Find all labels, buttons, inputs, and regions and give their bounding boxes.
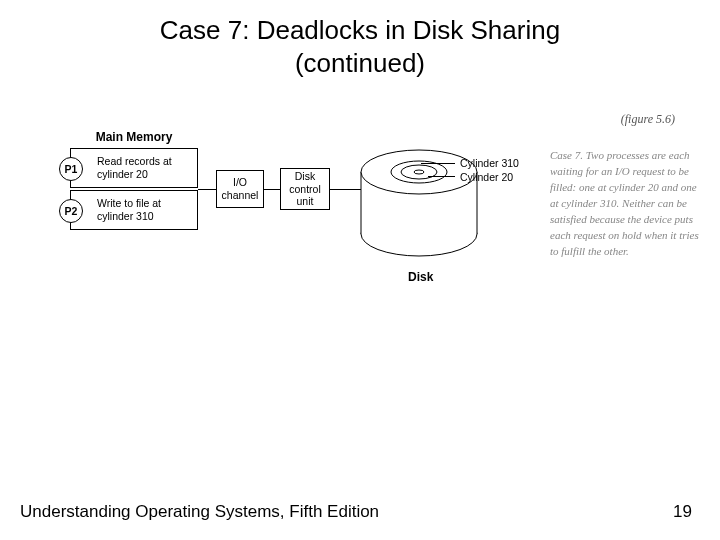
process-p1-box: P1 Read records at cylinder 20 [70, 148, 198, 188]
title-line-2: (continued) [295, 48, 425, 78]
p1-circle: P1 [59, 157, 83, 181]
io-channel-text: I/O channel [217, 176, 263, 201]
cyl20-line [428, 176, 455, 177]
p2-circle: P2 [59, 199, 83, 223]
connector-2 [264, 189, 280, 190]
slide-title: Case 7: Deadlocks in Disk Sharing (conti… [0, 0, 720, 79]
cylinder-20-label: Cylinder 20 [460, 171, 513, 183]
main-memory-label: Main Memory [70, 130, 198, 144]
connector-1 [198, 189, 216, 190]
disk-control-unit-box: Disk control unit [280, 168, 330, 210]
title-line-1: Case 7: Deadlocks in Disk Sharing [160, 15, 560, 45]
figure-reference: (figure 5.6) [621, 112, 675, 127]
cylinder-310-label: Cylinder 310 [460, 157, 519, 169]
io-channel-box: I/O channel [216, 170, 264, 208]
footer-page-number: 19 [673, 502, 692, 522]
cyl310-line [421, 163, 455, 164]
disk-control-unit-text: Disk control unit [281, 170, 329, 208]
footer-book-title: Understanding Operating Systems, Fifth E… [20, 502, 379, 522]
process-p2-box: P2 Write to file at cylinder 310 [70, 190, 198, 230]
diagram: Main Memory P1 Read records at cylinder … [30, 130, 690, 350]
disk-label: Disk [408, 270, 433, 284]
p1-text: Read records at cylinder 20 [97, 155, 197, 180]
p2-text: Write to file at cylinder 310 [97, 197, 197, 222]
